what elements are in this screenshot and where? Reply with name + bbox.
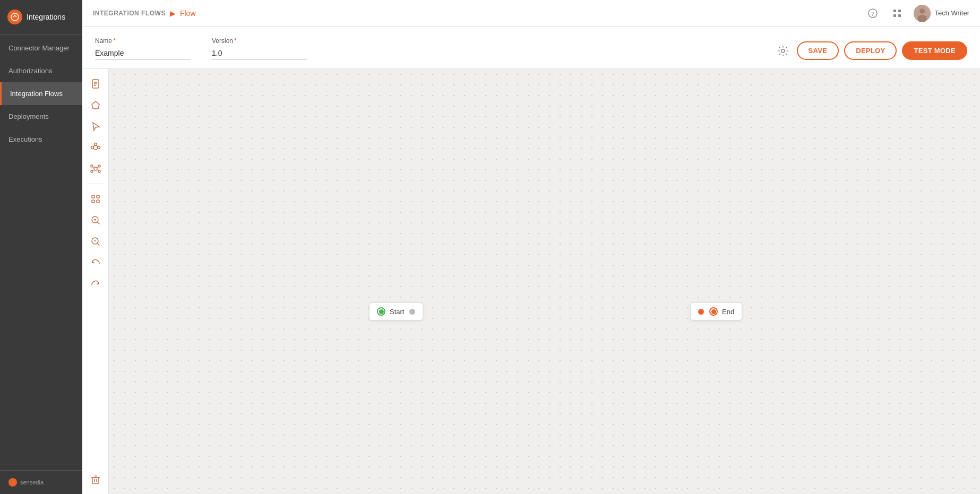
group-tool-button[interactable]	[86, 138, 105, 157]
user-profile[interactable]: Tech Writer	[914, 5, 970, 22]
cursor-tool-button[interactable]	[86, 117, 105, 136]
end-node-label: End	[722, 308, 734, 316]
svg-marker-15	[92, 101, 99, 109]
deploy-button[interactable]: DEPLOY	[844, 41, 897, 60]
topbar: INTEGRATION FLOWS ▶ Flow ?	[82, 0, 980, 27]
sensedia-dot-icon	[8, 478, 17, 487]
svg-point-23	[91, 170, 93, 172]
name-input[interactable]	[95, 47, 191, 60]
breadcrumb-parent[interactable]: INTEGRATION FLOWS	[93, 10, 166, 17]
version-group: Version*	[212, 37, 307, 60]
sidebar-footer: sensedia	[0, 470, 82, 494]
sidebar-item-label: Connector Manager	[8, 44, 70, 52]
sidebar: Integrations Connector Manager Authoriza…	[0, 0, 82, 494]
sidebar-nav: Connector Manager Authorizations Integra…	[0, 34, 82, 470]
svg-point-8	[919, 8, 925, 14]
canvas-container: Start End	[82, 69, 980, 494]
sidebar-item-executions[interactable]: Executions	[0, 128, 82, 151]
breadcrumb: INTEGRATION FLOWS ▶ Flow	[93, 9, 196, 18]
app-title: Integrations	[27, 13, 65, 21]
svg-point-22	[98, 165, 100, 167]
name-group: Name*	[95, 37, 191, 60]
start-node[interactable]: Start	[369, 302, 423, 320]
svg-text:?: ?	[871, 10, 874, 16]
svg-rect-4	[898, 10, 901, 12]
svg-rect-6	[898, 14, 901, 17]
redo-button[interactable]	[86, 274, 105, 293]
svg-point-18	[97, 146, 100, 149]
svg-rect-30	[97, 195, 99, 198]
zoom-out-button[interactable]	[86, 232, 105, 251]
sensedia-brand: sensedia	[8, 478, 74, 487]
svg-point-24	[98, 170, 100, 172]
delete-button[interactable]	[86, 470, 105, 489]
sidebar-item-label: Integration Flows	[10, 90, 63, 98]
help-button[interactable]: ?	[865, 5, 881, 21]
form-actions: SAVE DEPLOY TEST MODE	[775, 41, 967, 60]
svg-line-36	[97, 222, 99, 224]
flow-canvas[interactable]: Start End	[109, 69, 980, 494]
main-content: INTEGRATION FLOWS ▶ Flow ?	[82, 0, 980, 494]
toolbar-divider-1	[88, 184, 104, 184]
app-logo[interactable]: Integrations	[0, 0, 82, 34]
svg-point-19	[94, 143, 97, 146]
svg-point-20	[94, 167, 97, 170]
sidebar-item-label: Deployments	[8, 112, 49, 120]
user-name: Tech Writer	[935, 9, 970, 17]
svg-rect-29	[92, 195, 94, 198]
end-node[interactable]: End	[690, 302, 742, 320]
svg-rect-32	[97, 200, 99, 203]
svg-rect-3	[893, 10, 896, 12]
settings-button[interactable]	[775, 42, 792, 59]
start-node-dot	[409, 309, 415, 315]
document-tool-button[interactable]	[86, 74, 105, 93]
svg-line-39	[97, 244, 99, 246]
start-node-icon	[377, 307, 385, 316]
version-label: Version*	[212, 37, 307, 45]
test-mode-button[interactable]: TEST MODE	[902, 41, 967, 60]
logo-icon	[7, 10, 22, 24]
fit-tool-button[interactable]	[86, 189, 105, 209]
sidebar-item-label: Authorizations	[8, 67, 52, 75]
svg-rect-5	[893, 14, 896, 17]
svg-rect-31	[92, 200, 94, 203]
sidebar-item-deployments[interactable]: Deployments	[0, 105, 82, 128]
svg-point-10	[781, 49, 785, 53]
topbar-actions: ? Tech Writer	[865, 5, 970, 22]
svg-rect-40	[92, 478, 99, 483]
svg-point-21	[91, 165, 93, 167]
breadcrumb-current: Flow	[180, 9, 196, 18]
zoom-in-button[interactable]	[86, 211, 105, 230]
undo-button[interactable]	[86, 253, 105, 272]
sidebar-item-authorizations[interactable]: Authorizations	[0, 59, 82, 82]
shapes-tool-button[interactable]	[86, 96, 105, 115]
sidebar-item-connector-manager[interactable]: Connector Manager	[0, 37, 82, 59]
start-node-label: Start	[390, 308, 404, 316]
left-toolbar	[82, 69, 109, 494]
grid-button[interactable]	[889, 5, 905, 21]
sidebar-item-integration-flows[interactable]: Integration Flows	[0, 82, 82, 105]
end-node-icon	[709, 307, 718, 316]
svg-point-0	[11, 13, 19, 21]
save-button[interactable]: SAVE	[797, 41, 839, 60]
name-label: Name*	[95, 37, 191, 45]
user-avatar	[914, 5, 931, 22]
network-tool-button[interactable]	[86, 159, 105, 178]
form-area: Name* Version* SAVE DEPLOY TEST MODE	[82, 27, 980, 69]
end-node-left-dot	[698, 309, 704, 315]
sensedia-label: sensedia	[20, 479, 44, 486]
svg-point-17	[91, 146, 93, 149]
breadcrumb-separator: ▶	[170, 9, 176, 18]
sidebar-item-label: Executions	[8, 135, 42, 143]
version-input[interactable]	[212, 47, 307, 60]
